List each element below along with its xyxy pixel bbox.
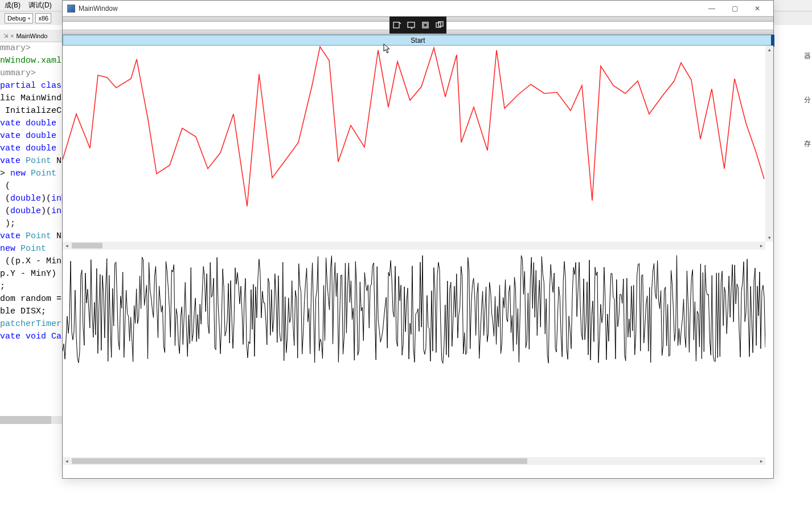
- svg-rect-1: [408, 22, 415, 27]
- titlebar: MainWindow — ▢ ✕: [63, 1, 773, 17]
- menu-debug[interactable]: 调试(D): [28, 1, 52, 10]
- svg-rect-3: [424, 23, 427, 27]
- tab-label: MainWindo: [16, 32, 47, 39]
- h-scrollbar[interactable]: ◂ ▸: [63, 457, 765, 465]
- config-dropdown[interactable]: Debug▾: [5, 13, 33, 23]
- code-tab-bar: ⇲ × MainWindo: [0, 30, 65, 42]
- go-to-live-tree-icon[interactable]: [392, 20, 402, 30]
- right-panel-labels: 器分存: [804, 51, 812, 183]
- scroll-down-icon[interactable]: ▾: [765, 234, 773, 242]
- code-tab[interactable]: ⇲ × MainWindo: [0, 30, 51, 42]
- close-icon[interactable]: ×: [10, 32, 14, 39]
- scroll-right-icon[interactable]: ▸: [757, 457, 765, 465]
- start-button[interactable]: Start: [63, 35, 773, 46]
- platform-dropdown[interactable]: x86: [35, 13, 51, 23]
- display-layout-icon[interactable]: [420, 20, 430, 30]
- scroll-up-icon[interactable]: ▴: [765, 46, 773, 54]
- scrollbar-thumb[interactable]: [0, 416, 51, 424]
- scrollbar-thumb[interactable]: [72, 243, 102, 248]
- maximize-button[interactable]: ▢: [723, 2, 746, 15]
- close-button[interactable]: ✕: [746, 2, 769, 15]
- scroll-right-icon[interactable]: ▸: [757, 242, 765, 250]
- pin-icon: ⇲: [3, 32, 8, 39]
- line-chart-red: [63, 46, 765, 242]
- select-element-icon[interactable]: [406, 20, 416, 30]
- scrollbar-thumb[interactable]: [72, 458, 527, 464]
- minimize-button[interactable]: —: [700, 2, 723, 15]
- h-scrollbar[interactable]: ◂ ▸: [63, 242, 765, 250]
- svg-rect-0: [393, 22, 399, 28]
- window-title: MainWindow: [79, 5, 700, 13]
- scroll-left-icon[interactable]: ◂: [63, 242, 71, 250]
- resize-handle[interactable]: [771, 35, 774, 47]
- chart-pane-top: ▴ ▾ ◂ ▸: [63, 46, 773, 250]
- track-focus-icon[interactable]: [434, 20, 445, 30]
- app-window: MainWindow — ▢ ✕ Start ▴ ▾: [62, 0, 774, 479]
- chevron-down-icon: ▾: [28, 16, 30, 21]
- line-chart-black: [63, 250, 765, 457]
- menu-build[interactable]: 成(B): [5, 1, 20, 10]
- chart-pane-bottom: ◂ ▸: [63, 250, 773, 465]
- app-icon: [67, 5, 75, 13]
- debug-adorner-toolbar: [389, 17, 446, 34]
- scroll-left-icon[interactable]: ◂: [63, 457, 71, 465]
- code-h-scrollbar[interactable]: [0, 416, 65, 424]
- v-scrollbar[interactable]: ▴ ▾: [765, 46, 773, 242]
- code-editor[interactable]: mmary>nWindow.xamlummary>partial claslic…: [0, 42, 65, 433]
